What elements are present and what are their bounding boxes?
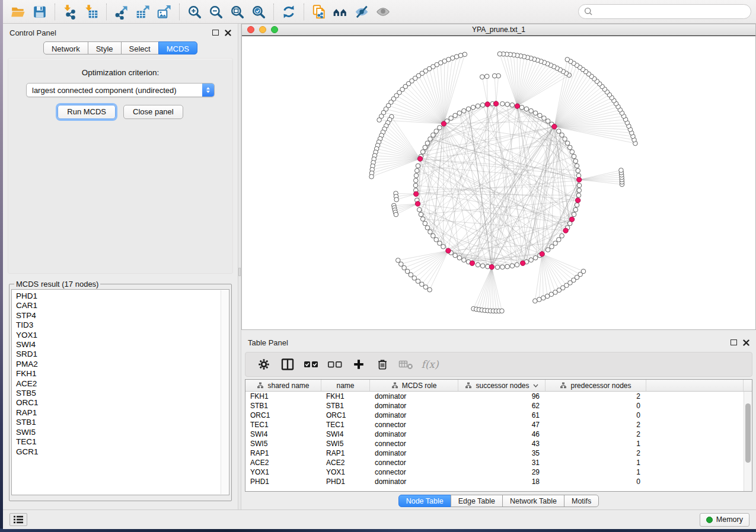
graph-node[interactable]	[565, 57, 570, 62]
zoom-out-icon[interactable]	[205, 2, 227, 21]
zoom-fit-icon[interactable]	[227, 2, 248, 21]
graph-node[interactable]	[495, 265, 500, 270]
graph-node[interactable]	[471, 105, 476, 110]
mcds-result-item[interactable]: SRD1	[16, 350, 219, 359]
graph-node[interactable]	[576, 168, 580, 173]
graph-node[interactable]	[533, 299, 538, 303]
graph-node[interactable]	[480, 264, 485, 268]
mcds-hub-node[interactable]	[520, 261, 525, 265]
mcds-result-item[interactable]: PMA2	[16, 360, 219, 369]
select-all-rows-icon[interactable]	[302, 355, 320, 373]
table-row[interactable]: YOX1YOX1connector291	[245, 467, 744, 477]
table-row[interactable]: TEC1TEC1connector472	[245, 420, 744, 430]
network-window-titlebar[interactable]: YPA_prune.txt_1	[242, 24, 755, 36]
graph-node[interactable]	[402, 265, 407, 270]
run-mcds-button[interactable]: Run MCDS	[58, 105, 116, 119]
graph-node[interactable]	[423, 221, 428, 226]
column-header-mcds-role[interactable]: MCDS role	[370, 380, 458, 391]
graph-node[interactable]	[565, 141, 570, 146]
graph-node[interactable]	[556, 129, 561, 134]
mcds-result-item[interactable]: STB1	[16, 418, 219, 427]
graph-node[interactable]	[434, 129, 439, 134]
graph-node[interactable]	[438, 126, 442, 130]
graph-node[interactable]	[466, 107, 471, 111]
tab-edge-table[interactable]: Edge Table	[451, 495, 503, 507]
graph-node[interactable]	[546, 248, 550, 252]
unselect-all-rows-icon[interactable]	[326, 355, 344, 373]
graph-node[interactable]	[416, 164, 420, 168]
mcds-hub-node[interactable]	[470, 261, 474, 265]
tab-node-table[interactable]: Node Table	[398, 495, 451, 507]
mcds-hub-node[interactable]	[540, 252, 544, 257]
graph-node[interactable]	[538, 113, 543, 118]
graph-node[interactable]	[476, 262, 480, 267]
import-table-icon[interactable]	[81, 2, 102, 21]
graph-node[interactable]	[434, 238, 439, 242]
graph-node[interactable]	[505, 264, 510, 269]
graph-node[interactable]	[480, 102, 485, 107]
graph-node[interactable]	[500, 309, 505, 313]
graph-node[interactable]	[413, 178, 418, 183]
graph-node[interactable]	[524, 107, 529, 111]
hide-selected-icon[interactable]	[351, 2, 372, 21]
graph-node[interactable]	[500, 265, 505, 270]
column-header-predecessor-nodes[interactable]: predecessor nodes	[546, 380, 646, 391]
graph-node[interactable]	[409, 273, 413, 277]
table-row[interactable]: SWI4SWI4dominator462	[245, 430, 744, 439]
graph-node[interactable]	[560, 233, 564, 238]
mcds-result-item[interactable]: RAP1	[16, 408, 219, 418]
graph-node[interactable]	[431, 133, 436, 137]
graph-node[interactable]	[505, 102, 510, 107]
first-neighbors-icon[interactable]	[330, 2, 351, 21]
mcds-hub-node[interactable]	[446, 248, 451, 253]
graph-node[interactable]	[449, 116, 454, 121]
graph-node[interactable]	[462, 258, 467, 262]
mcds-result-list[interactable]: PHD1CAR1STP4TID3YOX1SWI4SRD1PMA2FKH1ACE2…	[11, 289, 229, 495]
table-row[interactable]: PHD1PHD1dominator180	[245, 477, 744, 486]
graph-node[interactable]	[428, 137, 433, 142]
table-scrollbar-thumb[interactable]	[745, 403, 751, 463]
mcds-hub-node[interactable]	[485, 102, 490, 107]
mcds-result-item[interactable]: FKH1	[16, 369, 219, 379]
graph-node[interactable]	[419, 212, 423, 217]
memory-button[interactable]: Memory	[700, 513, 749, 527]
graph-node[interactable]	[425, 226, 430, 230]
graph-node[interactable]	[423, 145, 428, 150]
graph-node[interactable]	[575, 203, 579, 207]
graph-node[interactable]	[546, 119, 550, 124]
table-row[interactable]: SWI5SWI5connector431	[245, 439, 744, 448]
graph-node[interactable]	[416, 279, 420, 284]
tab-network-table[interactable]: Network Table	[502, 495, 564, 507]
graph-node[interactable]	[575, 164, 579, 168]
mcds-result-item[interactable]: ACE2	[16, 379, 219, 389]
graph-node[interactable]	[542, 116, 547, 121]
graph-node[interactable]	[458, 53, 463, 58]
graph-node[interactable]	[420, 217, 425, 222]
mcds-hub-node[interactable]	[569, 217, 574, 222]
graph-node[interactable]	[428, 287, 432, 292]
tab-select[interactable]: Select	[121, 41, 159, 55]
graph-node[interactable]	[519, 105, 524, 110]
show-all-icon[interactable]	[372, 2, 394, 21]
import-network-icon[interactable]	[59, 2, 81, 21]
graph-node[interactable]	[413, 183, 418, 188]
column-header-successor-nodes[interactable]: successor nodes	[458, 380, 546, 391]
graph-node[interactable]	[457, 111, 462, 116]
table-row[interactable]: RAP1RAP1dominator352	[245, 448, 744, 458]
show-column-panel-icon[interactable]	[279, 355, 296, 373]
tab-style[interactable]: Style	[88, 41, 122, 55]
tab-motifs[interactable]: Motifs	[564, 495, 599, 507]
graph-node[interactable]	[556, 238, 561, 242]
table-scrollbar[interactable]	[744, 392, 752, 491]
delete-column-icon[interactable]	[374, 355, 391, 373]
graph-node[interactable]	[420, 150, 425, 155]
column-header-shared-name[interactable]: shared name	[245, 380, 321, 391]
tab-mcds[interactable]: MCDS	[158, 41, 197, 55]
graph-node[interactable]	[453, 113, 458, 118]
graph-node[interactable]	[563, 137, 567, 142]
mcds-hub-node[interactable]	[417, 156, 422, 161]
graph-node[interactable]	[529, 258, 534, 262]
mcds-hub-node[interactable]	[552, 124, 557, 129]
graph-node[interactable]	[576, 193, 581, 198]
graph-node[interactable]	[572, 212, 576, 217]
